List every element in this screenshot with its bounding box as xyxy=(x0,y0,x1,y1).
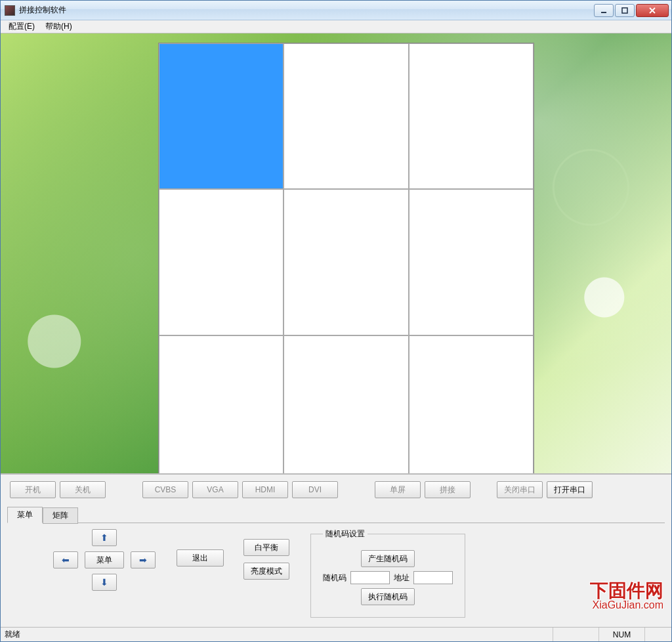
random-code-label: 随机码 xyxy=(323,572,346,584)
maximize-button[interactable] xyxy=(615,4,635,17)
menubar: 配置(E) 帮助(H) xyxy=(1,20,671,33)
tabs: 菜单 矩阵 xyxy=(7,503,665,523)
app-icon xyxy=(5,5,15,16)
generate-random-button[interactable]: 产生随机码 xyxy=(361,550,415,567)
grid-cell[interactable] xyxy=(409,335,534,474)
grid-cell[interactable] xyxy=(284,43,408,189)
grid-cell[interactable] xyxy=(159,335,284,474)
screen-grid xyxy=(158,43,534,474)
grid-cell[interactable] xyxy=(409,43,534,189)
grid-cell[interactable] xyxy=(159,43,284,189)
grid-cell[interactable] xyxy=(159,189,284,335)
arrow-left-icon: ⬅ xyxy=(62,555,70,565)
arrow-down-icon: ⬇ xyxy=(100,577,108,588)
exit-button[interactable]: 退出 xyxy=(177,549,224,567)
power-off-button[interactable]: 关机 xyxy=(60,481,106,498)
cvbs-button[interactable]: CVBS xyxy=(142,481,188,498)
status-empty-1 xyxy=(553,628,599,641)
window-title: 拼接控制软件 xyxy=(19,5,594,16)
tab-body: ⬆ ⬅ 菜单 ➡ ⬇ 退出 白平衡 亮度模式 xyxy=(7,523,665,624)
menu-config[interactable]: 配置(E) xyxy=(3,20,40,33)
dpad-left-button[interactable]: ⬅ xyxy=(53,551,78,568)
minimize-icon xyxy=(600,7,607,14)
random-addr-input[interactable] xyxy=(413,571,453,584)
dpad-down-button[interactable]: ⬇ xyxy=(92,574,117,591)
close-port-button[interactable]: 关闭串口 xyxy=(497,481,543,498)
close-icon xyxy=(649,7,656,14)
window-buttons xyxy=(594,4,669,17)
svg-rect-1 xyxy=(622,8,627,13)
dpad: ⬆ ⬅ 菜单 ➡ ⬇ xyxy=(52,528,157,591)
grid-cell[interactable] xyxy=(284,189,408,335)
arrow-right-icon: ➡ xyxy=(139,555,147,565)
single-button[interactable]: 单屏 xyxy=(375,481,421,498)
maximize-icon xyxy=(621,7,628,14)
status-num: NUM xyxy=(599,628,645,641)
dpad-right-button[interactable]: ➡ xyxy=(131,551,156,568)
open-port-button[interactable]: 打开串口 xyxy=(547,481,593,498)
dvi-button[interactable]: DVI xyxy=(292,481,338,498)
dpad-menu-button[interactable]: 菜单 xyxy=(85,551,124,568)
random-code-input[interactable] xyxy=(350,571,390,584)
hdmi-button[interactable]: HDMI xyxy=(242,481,288,498)
menu-help[interactable]: 帮助(H) xyxy=(40,20,77,33)
dpad-up-button[interactable]: ⬆ xyxy=(92,529,117,546)
grid-cell[interactable] xyxy=(409,189,534,335)
titlebar: 拼接控制软件 xyxy=(1,1,671,20)
svg-rect-0 xyxy=(601,12,606,13)
status-empty-2 xyxy=(645,628,671,641)
statusbar: 就绪 NUM xyxy=(1,627,671,641)
toolbar-row: 开机 关机 CVBS VGA HDMI DVI 单屏 拼接 关闭串口 打开串口 xyxy=(7,479,665,503)
minimize-button[interactable] xyxy=(594,4,614,17)
brightness-mode-button[interactable]: 亮度模式 xyxy=(243,563,289,580)
execute-random-button[interactable]: 执行随机码 xyxy=(361,588,415,605)
random-code-legend: 随机码设置 xyxy=(323,528,368,540)
main-window: 拼接控制软件 配置(E) 帮助(H) xyxy=(0,0,672,642)
splice-button[interactable]: 拼接 xyxy=(425,481,471,498)
canvas-area xyxy=(1,33,671,474)
tab-matrix[interactable]: 矩阵 xyxy=(43,507,78,524)
close-button[interactable] xyxy=(636,4,669,17)
white-balance-button[interactable]: 白平衡 xyxy=(243,539,289,556)
random-code-fieldset: 随机码设置 产生随机码 随机码 地址 执行随机码 xyxy=(310,528,465,618)
random-addr-label: 地址 xyxy=(394,572,410,584)
tab-menu[interactable]: 菜单 xyxy=(7,507,43,523)
vga-button[interactable]: VGA xyxy=(192,481,238,498)
arrow-up-icon: ⬆ xyxy=(100,532,108,543)
power-on-button[interactable]: 开机 xyxy=(10,481,56,498)
grid-cell[interactable] xyxy=(284,335,408,474)
control-panel: 开机 关机 CVBS VGA HDMI DVI 单屏 拼接 关闭串口 打开串口 … xyxy=(1,474,671,627)
status-ready: 就绪 xyxy=(1,628,553,641)
